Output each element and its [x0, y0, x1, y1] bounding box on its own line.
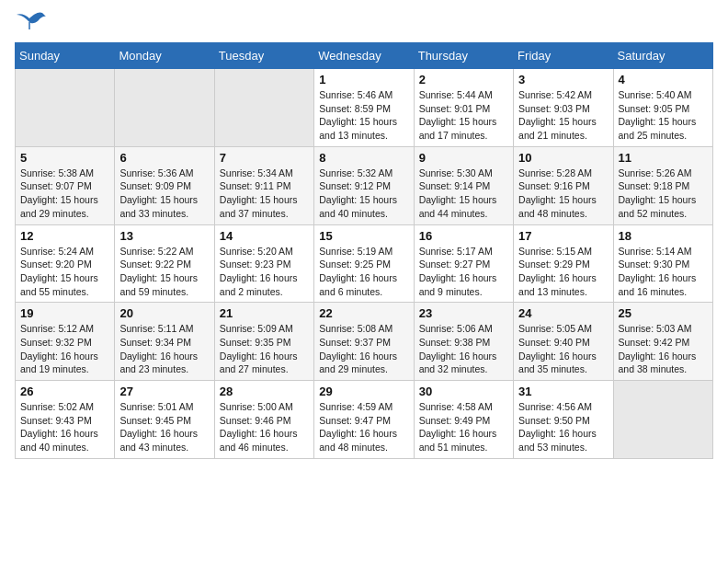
day-info: Sunrise: 5:03 AM Sunset: 9:42 PM Dayligh… [619, 322, 708, 376]
day-number: 21 [220, 306, 309, 320]
header-tuesday: Tuesday [214, 43, 313, 69]
day-info: Sunrise: 4:59 AM Sunset: 9:47 PM Dayligh… [319, 400, 408, 454]
day-cell-30: 30Sunrise: 4:58 AM Sunset: 9:49 PM Dayli… [414, 381, 513, 459]
day-info: Sunrise: 5:00 AM Sunset: 9:46 PM Dayligh… [220, 400, 309, 454]
day-number: 30 [419, 385, 508, 398]
day-info: Sunrise: 5:46 AM Sunset: 8:59 PM Dayligh… [319, 88, 408, 143]
empty-cell [214, 69, 313, 147]
empty-cell [115, 69, 214, 147]
day-number: 20 [119, 306, 209, 320]
day-number: 4 [619, 73, 708, 86]
day-number: 3 [518, 73, 608, 86]
day-number: 31 [518, 385, 608, 398]
day-cell-12: 12Sunrise: 5:24 AM Sunset: 9:20 PM Dayli… [16, 224, 115, 303]
day-number: 29 [319, 385, 408, 398]
day-info: Sunrise: 5:17 AM Sunset: 9:27 PM Dayligh… [419, 245, 508, 299]
day-number: 1 [319, 73, 408, 86]
day-cell-4: 4Sunrise: 5:40 AM Sunset: 9:05 PM Daylig… [613, 69, 712, 147]
day-number: 17 [518, 229, 608, 243]
header-row: SundayMondayTuesdayWednesdayThursdayFrid… [16, 43, 713, 69]
day-cell-31: 31Sunrise: 4:56 AM Sunset: 9:50 PM Dayli… [514, 381, 613, 459]
day-info: Sunrise: 5:15 AM Sunset: 9:29 PM Dayligh… [518, 245, 608, 299]
day-number: 18 [619, 229, 708, 243]
day-info: Sunrise: 5:02 AM Sunset: 9:43 PM Dayligh… [20, 400, 109, 454]
day-cell-27: 27Sunrise: 5:01 AM Sunset: 9:45 PM Dayli… [115, 381, 214, 459]
header-friday: Friday [514, 43, 613, 69]
day-number: 5 [20, 151, 109, 165]
day-info: Sunrise: 5:40 AM Sunset: 9:05 PM Dayligh… [619, 88, 708, 143]
page-header [15, 15, 713, 31]
day-info: Sunrise: 5:05 AM Sunset: 9:40 PM Dayligh… [518, 322, 608, 376]
day-cell-29: 29Sunrise: 4:59 AM Sunset: 9:47 PM Dayli… [314, 381, 414, 459]
day-cell-5: 5Sunrise: 5:38 AM Sunset: 9:07 PM Daylig… [16, 146, 115, 224]
day-number: 23 [419, 306, 508, 320]
day-number: 7 [220, 151, 309, 165]
day-info: Sunrise: 4:58 AM Sunset: 9:49 PM Dayligh… [419, 400, 508, 454]
day-info: Sunrise: 5:08 AM Sunset: 9:37 PM Dayligh… [319, 322, 408, 376]
day-number: 25 [619, 306, 708, 320]
header-sunday: Sunday [16, 43, 115, 69]
day-info: Sunrise: 5:09 AM Sunset: 9:35 PM Dayligh… [220, 322, 309, 376]
week-row-1: 1Sunrise: 5:46 AM Sunset: 8:59 PM Daylig… [16, 69, 713, 147]
day-number: 6 [119, 151, 209, 165]
day-info: Sunrise: 5:11 AM Sunset: 9:34 PM Dayligh… [119, 322, 209, 376]
day-cell-3: 3Sunrise: 5:42 AM Sunset: 9:03 PM Daylig… [514, 69, 613, 147]
day-info: Sunrise: 5:06 AM Sunset: 9:38 PM Dayligh… [419, 322, 508, 376]
empty-cell [16, 69, 115, 147]
day-number: 16 [419, 229, 508, 243]
day-cell-11: 11Sunrise: 5:26 AM Sunset: 9:18 PM Dayli… [613, 146, 712, 224]
day-cell-15: 15Sunrise: 5:19 AM Sunset: 9:25 PM Dayli… [314, 224, 414, 303]
day-number: 14 [220, 229, 309, 243]
header-saturday: Saturday [613, 43, 712, 69]
calendar-table: SundayMondayTuesdayWednesdayThursdayFrid… [15, 42, 713, 459]
day-cell-19: 19Sunrise: 5:12 AM Sunset: 9:32 PM Dayli… [16, 303, 115, 381]
day-cell-16: 16Sunrise: 5:17 AM Sunset: 9:27 PM Dayli… [414, 224, 513, 303]
day-info: Sunrise: 5:14 AM Sunset: 9:30 PM Dayligh… [619, 245, 708, 299]
empty-cell [613, 381, 712, 459]
day-info: Sunrise: 5:01 AM Sunset: 9:45 PM Dayligh… [119, 400, 209, 454]
day-info: Sunrise: 5:28 AM Sunset: 9:16 PM Dayligh… [518, 167, 608, 221]
day-cell-13: 13Sunrise: 5:22 AM Sunset: 9:22 PM Dayli… [115, 224, 214, 303]
week-row-4: 19Sunrise: 5:12 AM Sunset: 9:32 PM Dayli… [16, 303, 713, 381]
header-thursday: Thursday [414, 43, 513, 69]
day-number: 9 [419, 151, 508, 165]
day-info: Sunrise: 5:24 AM Sunset: 9:20 PM Dayligh… [20, 245, 109, 299]
day-info: Sunrise: 5:22 AM Sunset: 9:22 PM Dayligh… [119, 245, 209, 299]
day-cell-17: 17Sunrise: 5:15 AM Sunset: 9:29 PM Dayli… [514, 224, 613, 303]
day-cell-9: 9Sunrise: 5:30 AM Sunset: 9:14 PM Daylig… [414, 146, 513, 224]
day-cell-22: 22Sunrise: 5:08 AM Sunset: 9:37 PM Dayli… [314, 303, 414, 381]
day-cell-1: 1Sunrise: 5:46 AM Sunset: 8:59 PM Daylig… [314, 69, 414, 147]
day-info: Sunrise: 5:38 AM Sunset: 9:07 PM Dayligh… [20, 167, 109, 221]
day-cell-25: 25Sunrise: 5:03 AM Sunset: 9:42 PM Dayli… [613, 303, 712, 381]
logo-bird-icon [17, 11, 46, 31]
day-info: Sunrise: 5:36 AM Sunset: 9:09 PM Dayligh… [119, 167, 209, 221]
day-number: 12 [20, 229, 109, 243]
day-number: 19 [20, 306, 109, 320]
day-cell-7: 7Sunrise: 5:34 AM Sunset: 9:11 PM Daylig… [214, 146, 313, 224]
day-number: 2 [419, 73, 508, 86]
week-row-5: 26Sunrise: 5:02 AM Sunset: 9:43 PM Dayli… [16, 381, 713, 459]
day-cell-28: 28Sunrise: 5:00 AM Sunset: 9:46 PM Dayli… [214, 381, 313, 459]
week-row-2: 5Sunrise: 5:38 AM Sunset: 9:07 PM Daylig… [16, 146, 713, 224]
day-number: 10 [518, 151, 608, 165]
day-number: 22 [319, 306, 408, 320]
day-info: Sunrise: 5:19 AM Sunset: 9:25 PM Dayligh… [319, 245, 408, 299]
header-wednesday: Wednesday [314, 43, 414, 69]
day-info: Sunrise: 5:44 AM Sunset: 9:01 PM Dayligh… [419, 88, 508, 143]
day-number: 28 [220, 385, 309, 398]
logo [15, 15, 46, 31]
day-number: 26 [20, 385, 109, 398]
day-cell-8: 8Sunrise: 5:32 AM Sunset: 9:12 PM Daylig… [314, 146, 414, 224]
day-cell-6: 6Sunrise: 5:36 AM Sunset: 9:09 PM Daylig… [115, 146, 214, 224]
day-cell-24: 24Sunrise: 5:05 AM Sunset: 9:40 PM Dayli… [514, 303, 613, 381]
header-monday: Monday [115, 43, 214, 69]
day-info: Sunrise: 5:26 AM Sunset: 9:18 PM Dayligh… [619, 167, 708, 221]
day-info: Sunrise: 4:56 AM Sunset: 9:50 PM Dayligh… [518, 400, 608, 454]
day-cell-14: 14Sunrise: 5:20 AM Sunset: 9:23 PM Dayli… [214, 224, 313, 303]
day-number: 24 [518, 306, 608, 320]
day-number: 11 [619, 151, 708, 165]
day-info: Sunrise: 5:12 AM Sunset: 9:32 PM Dayligh… [20, 322, 109, 376]
day-cell-23: 23Sunrise: 5:06 AM Sunset: 9:38 PM Dayli… [414, 303, 513, 381]
day-info: Sunrise: 5:30 AM Sunset: 9:14 PM Dayligh… [419, 167, 508, 221]
day-info: Sunrise: 5:20 AM Sunset: 9:23 PM Dayligh… [220, 245, 309, 299]
